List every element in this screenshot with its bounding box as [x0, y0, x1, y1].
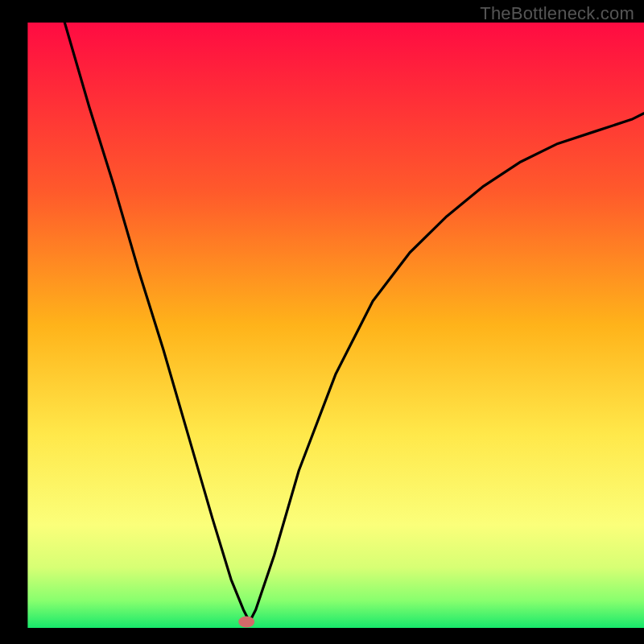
watermark-label: TheBottleneck.com	[480, 3, 634, 24]
chart-plot-background	[27, 23, 644, 628]
bottleneck-chart	[0, 0, 644, 644]
chart-container: TheBottleneck.com	[0, 0, 644, 644]
optimal-point-marker	[238, 616, 254, 627]
